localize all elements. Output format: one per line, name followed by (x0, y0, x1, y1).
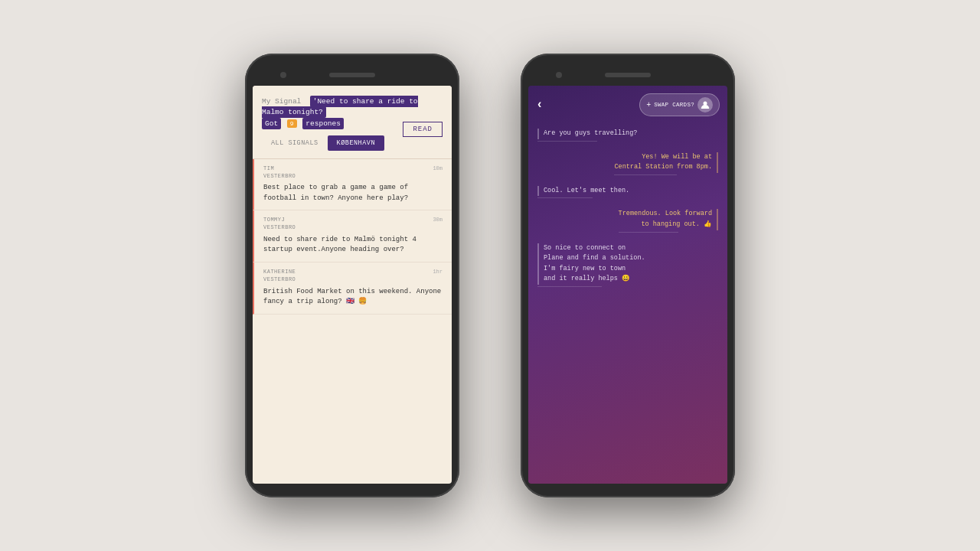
divider-1 (537, 141, 597, 142)
tab-all-signals[interactable]: ALL SIGNALS (262, 135, 328, 151)
signal-item-1[interactable]: TIM VESTERBRO 10m Best place to grab a g… (253, 159, 452, 211)
right-screen: ‹ + SWAP CARDS? Are you guys travelling? (528, 86, 727, 484)
camera-right (556, 72, 562, 78)
left-screen: My Signal 'Need to share a ride to Malmo… (253, 86, 452, 484)
signal-name-2: TOMMYJ (263, 217, 285, 223)
message-text-4: Tremendous. Look forwardto hanging out. … (619, 209, 718, 230)
my-signal-label: My Signal (262, 97, 301, 106)
signal-user-2: TOMMYJ VESTERBRO (263, 217, 296, 232)
signal-name-3: KATHERINE (263, 269, 296, 275)
divider-2 (614, 174, 676, 175)
screen-right-content: ‹ + SWAP CARDS? Are you guys travelling? (528, 86, 727, 484)
swap-cards-button[interactable]: + SWAP CARDS? (639, 93, 720, 116)
chat-messages: Are you guys travelling? Yes! We will be… (528, 122, 727, 484)
read-button[interactable]: READ (403, 122, 443, 137)
avatar-icon (697, 97, 713, 112)
got-label: Got (262, 118, 281, 129)
signal-meta-2: TOMMYJ VESTERBRO 30m (263, 217, 443, 232)
signal-name-1: TIM (263, 165, 274, 171)
message-text-5: So nice to connect onPlane and find a so… (537, 243, 645, 285)
camera-left (280, 72, 286, 78)
right-phone: ‹ + SWAP CARDS? Are you guys travelling? (521, 54, 735, 497)
chat-header: ‹ + SWAP CARDS? (528, 86, 727, 122)
signal-user-1: TIM VESTERBRO (263, 165, 296, 181)
message-5: So nice to connect onPlane and find a so… (537, 243, 645, 289)
back-button[interactable]: ‹ (536, 98, 544, 112)
phone-top-bar-left (253, 67, 452, 83)
message-2: Yes! We will be atCentral Station from 8… (614, 152, 718, 177)
response-badge: 9 (287, 119, 297, 128)
message-4: Tremendous. Look forwardto hanging out. … (619, 209, 718, 233)
message-text-1: Are you guys travelling? (537, 129, 637, 139)
signals-list: TIM VESTERBRO 10m Best place to grab a g… (253, 159, 452, 484)
screen-left-content: My Signal 'Need to share a ride to Malmo… (253, 86, 452, 484)
signal-user-3: KATHERINE VESTERBRO (263, 269, 296, 284)
signal-title-area: My Signal 'Need to share a ride to Malmo… (262, 96, 443, 129)
tab-kobenhavn[interactable]: KØBENHAVN (328, 135, 384, 151)
signal-item-2[interactable]: TOMMYJ VESTERBRO 30m Need to share ride … (253, 210, 452, 262)
swap-label: SWAP CARDS? (654, 102, 694, 108)
message-text-2: Yes! We will be atCentral Station from 8… (614, 152, 718, 173)
signal-text-2: Need to share ride to Malmö tonight 4 st… (263, 235, 443, 256)
phone-top-bar-right (528, 67, 727, 83)
speaker-left (329, 73, 375, 77)
signal-location-1: VESTERBRO (263, 173, 296, 179)
divider-5 (537, 286, 602, 287)
signal-header: My Signal 'Need to share a ride to Malmo… (253, 86, 452, 159)
tabs-row: ALL SIGNALS KØBENHAVN (262, 135, 403, 151)
responses-label: respones (302, 118, 344, 129)
divider-3 (537, 197, 593, 198)
message-text-3: Cool. Let's meet then. (537, 186, 629, 197)
message-3: Cool. Let's meet then. (537, 186, 629, 201)
plus-icon: + (646, 101, 651, 109)
signal-time-3: 1hr (433, 269, 443, 284)
signal-item-3[interactable]: KATHERINE VESTERBRO 1hr British Food Mar… (253, 262, 452, 315)
signal-location-2: VESTERBRO (263, 224, 296, 230)
signal-text-3: British Food Market on this weekend. Any… (263, 287, 443, 308)
speaker-right (605, 73, 651, 77)
message-1: Are you guys travelling? (537, 129, 637, 143)
signal-time-2: 30m (433, 217, 443, 232)
divider-4 (619, 232, 678, 233)
signal-meta-3: KATHERINE VESTERBRO 1hr (263, 269, 443, 284)
left-phone: My Signal 'Need to share a ride to Malmo… (245, 54, 459, 497)
signal-time-1: 10m (433, 165, 443, 181)
signal-location-3: VESTERBRO (263, 276, 296, 282)
signal-meta-1: TIM VESTERBRO 10m (263, 165, 443, 181)
signal-text-1: Best place to grab a game a game of foot… (263, 183, 443, 204)
